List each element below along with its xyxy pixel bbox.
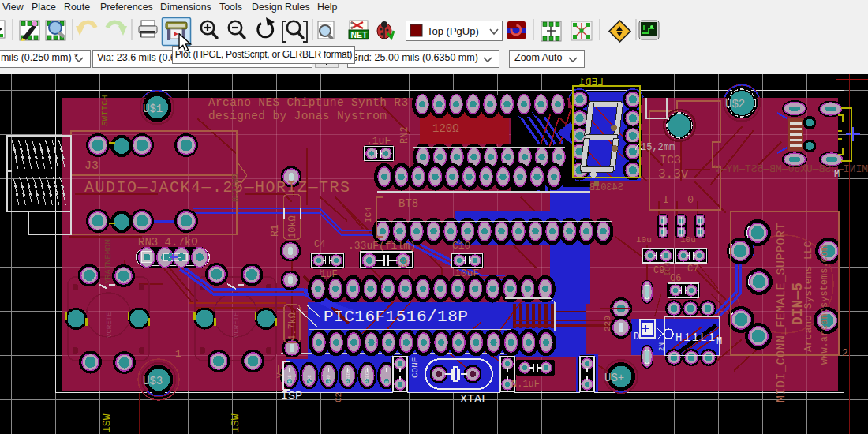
svg-text:N.1uF: N.1uF	[511, 379, 540, 390]
svg-text:SWITCH: SWITCH	[100, 95, 110, 126]
svg-text:3.3v: 3.3v	[658, 167, 689, 181]
svg-text:PIC16F1516/18P: PIC16F1516/18P	[324, 308, 468, 326]
svg-text:RN2: RN2	[399, 126, 410, 144]
svg-text:J3: J3	[84, 159, 99, 173]
svg-text:C3: C3	[397, 259, 408, 270]
svg-text:HCTIWS: HCTIWS	[231, 174, 240, 202]
svg-text:M: M	[834, 169, 840, 180]
svg-text:C9: C9	[653, 265, 664, 276]
svg-text:10u: 10u	[636, 235, 652, 245]
svg-text:MIDI_CONN_FEMALE_SUPPORT: MIDI_CONN_FEMALE_SUPPORT	[775, 223, 788, 402]
svg-text:Arcano NES Chiptune Synth R3: Arcano NES Chiptune Synth R3	[208, 96, 408, 109]
svg-text:10uF: 10uF	[455, 268, 479, 279]
svg-text:I — 0: I — 0	[663, 194, 694, 206]
svg-text:designed by Jonas Nystrom: designed by Jonas Nystrom	[208, 110, 387, 122]
svg-text:⊥SW: ⊥SW	[101, 413, 113, 432]
svg-text:S4301B: S4301B	[589, 182, 623, 193]
svg-text:VCRETE: VCRETE	[233, 312, 241, 338]
svg-text:IC4: IC4	[364, 207, 373, 223]
svg-text:Arcano Systems LLC: Arcano Systems LLC	[803, 241, 814, 352]
svg-text:NET: NET	[351, 30, 369, 39]
svg-text:ISP: ISP	[281, 390, 302, 403]
svg-text:120Ω: 120Ω	[432, 122, 459, 135]
svg-text:PGED3: PGED3	[346, 369, 351, 383]
svg-text:1: 1	[175, 348, 181, 360]
svg-text:MINI—USB—UX60—MB—5ST—NY—V: MINI—USB—UX60—MB—5ST—NY—V	[714, 163, 868, 175]
svg-text:RN3 4.7kΩ: RN3 4.7kΩ	[138, 236, 198, 249]
svg-text:R1: R1	[269, 224, 281, 237]
svg-text:10kΩ: 10kΩ	[287, 215, 298, 238]
svg-text:IC3: IC3	[660, 154, 681, 167]
svg-text:D: D	[634, 331, 639, 342]
svg-text:10u: 10u	[680, 235, 696, 245]
svg-text:LED1: LED1	[579, 77, 604, 88]
svg-text:C10: C10	[452, 240, 470, 252]
svg-text:U$3: U$3	[143, 375, 163, 387]
svg-text:US+: US+	[604, 372, 624, 384]
svg-text:4.7kΩ: 4.7kΩ	[287, 312, 298, 341]
svg-text:U$1: U$1	[143, 103, 163, 115]
svg-text:www.arcanosystems.com: www.arcanosystems.com	[819, 245, 830, 365]
svg-text:XTAL: XTAL	[460, 393, 488, 406]
svg-text:C6: C6	[670, 273, 681, 284]
svg-text:2: 2	[842, 347, 848, 359]
svg-text:CONF: CONF	[410, 357, 420, 378]
svg-text:VCC: VCC	[307, 375, 312, 383]
svg-text:PGEC3: PGEC3	[365, 369, 370, 383]
svg-text:YRATNEMOM: YRATNEMOM	[103, 239, 113, 284]
svg-text:C7: C7	[687, 264, 698, 275]
svg-text:15,2mm: 15,2mm	[641, 142, 675, 153]
svg-text:MS5: MS5	[287, 375, 293, 383]
svg-text:AUDIO—JACK4—.25—HORIZ—TRS: AUDIO—JACK4—.25—HORIZ—TRS	[84, 178, 351, 196]
svg-text:>: >	[276, 370, 282, 382]
svg-text:Top (PgUp): Top (PgUp)	[427, 25, 479, 37]
svg-text:.33uF(film): .33uF(film)	[348, 240, 416, 252]
svg-text:.1uF: .1uF	[366, 135, 391, 147]
svg-text:6: 6	[384, 380, 390, 383]
svg-text:VCRETE: VCRETE	[106, 312, 114, 338]
svg-text:H11L1: H11L1	[675, 331, 716, 344]
svg-text:GND: GND	[326, 375, 331, 383]
svg-text:C2: C2	[334, 392, 343, 402]
svg-text:2N: 2N	[658, 342, 666, 351]
svg-text:220: 220	[603, 316, 612, 331]
svg-text:1uF: 1uF	[320, 269, 338, 280]
svg-text:C4: C4	[314, 239, 325, 250]
svg-text:BT8: BT8	[398, 197, 418, 210]
svg-text:M: M	[716, 336, 722, 347]
svg-text:⊥SW: ⊥SW	[230, 413, 241, 432]
